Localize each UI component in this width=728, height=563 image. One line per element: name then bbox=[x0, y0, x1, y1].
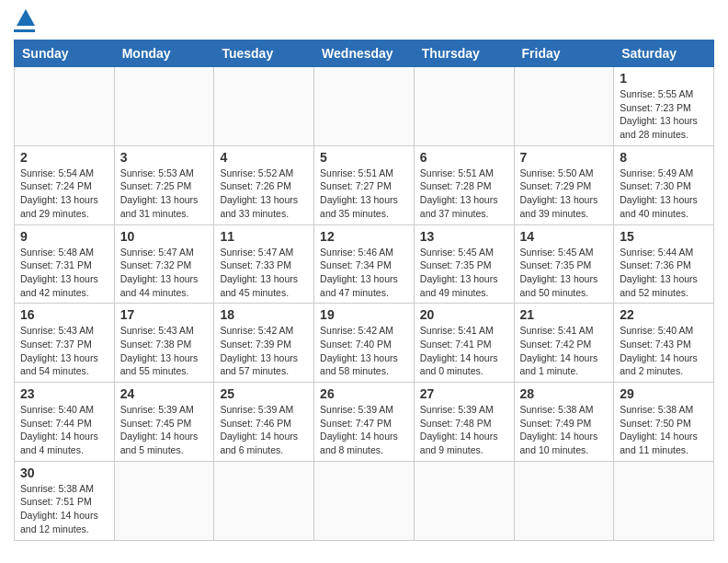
day-number: 22 bbox=[620, 307, 708, 322]
day-number: 11 bbox=[220, 229, 308, 244]
calendar-cell: 22Sunrise: 5:40 AM Sunset: 7:43 PM Dayli… bbox=[614, 304, 714, 383]
weekday-header-monday: Monday bbox=[114, 40, 214, 67]
day-info: Sunrise: 5:50 AM Sunset: 7:29 PM Dayligh… bbox=[520, 167, 609, 221]
day-info: Sunrise: 5:39 AM Sunset: 7:45 PM Dayligh… bbox=[120, 403, 209, 457]
week-row-2: 2Sunrise: 5:54 AM Sunset: 7:24 PM Daylig… bbox=[15, 145, 714, 224]
calendar-cell: 3Sunrise: 5:53 AM Sunset: 7:25 PM Daylig… bbox=[114, 145, 214, 224]
calendar-cell: 11Sunrise: 5:47 AM Sunset: 7:33 PM Dayli… bbox=[214, 224, 314, 304]
day-number: 12 bbox=[320, 229, 408, 244]
page: SundayMondayTuesdayWednesdayThursdayFrid… bbox=[0, 0, 728, 550]
calendar-cell bbox=[214, 461, 314, 540]
day-info: Sunrise: 5:39 AM Sunset: 7:46 PM Dayligh… bbox=[220, 403, 308, 457]
calendar-cell: 4Sunrise: 5:52 AM Sunset: 7:26 PM Daylig… bbox=[214, 145, 314, 224]
day-info: Sunrise: 5:46 AM Sunset: 7:34 PM Dayligh… bbox=[320, 246, 408, 300]
calendar-cell: 10Sunrise: 5:47 AM Sunset: 7:32 PM Dayli… bbox=[114, 224, 214, 304]
day-info: Sunrise: 5:39 AM Sunset: 7:47 PM Dayligh… bbox=[320, 403, 408, 457]
calendar-cell: 28Sunrise: 5:38 AM Sunset: 7:49 PM Dayli… bbox=[514, 383, 614, 462]
calendar-cell bbox=[214, 67, 314, 146]
calendar-cell: 14Sunrise: 5:45 AM Sunset: 7:35 PM Dayli… bbox=[514, 224, 614, 304]
calendar-cell: 2Sunrise: 5:54 AM Sunset: 7:24 PM Daylig… bbox=[15, 145, 115, 224]
calendar-cell: 15Sunrise: 5:44 AM Sunset: 7:36 PM Dayli… bbox=[614, 224, 714, 304]
calendar-cell: 24Sunrise: 5:39 AM Sunset: 7:45 PM Dayli… bbox=[114, 383, 214, 462]
calendar-cell: 23Sunrise: 5:40 AM Sunset: 7:44 PM Dayli… bbox=[15, 383, 115, 462]
day-number: 7 bbox=[520, 150, 609, 165]
calendar-cell: 6Sunrise: 5:51 AM Sunset: 7:28 PM Daylig… bbox=[414, 145, 514, 224]
calendar-cell bbox=[114, 67, 214, 146]
calendar-cell bbox=[514, 461, 614, 540]
day-number: 1 bbox=[620, 71, 708, 86]
day-info: Sunrise: 5:49 AM Sunset: 7:30 PM Dayligh… bbox=[620, 167, 708, 221]
weekday-header-sunday: Sunday bbox=[15, 40, 115, 67]
day-number: 15 bbox=[620, 229, 708, 244]
day-number: 28 bbox=[520, 386, 609, 401]
day-info: Sunrise: 5:42 AM Sunset: 7:39 PM Dayligh… bbox=[220, 324, 308, 378]
week-row-3: 9Sunrise: 5:48 AM Sunset: 7:31 PM Daylig… bbox=[15, 224, 714, 304]
weekday-header-saturday: Saturday bbox=[614, 40, 714, 67]
calendar-cell: 21Sunrise: 5:41 AM Sunset: 7:42 PM Dayli… bbox=[514, 304, 614, 383]
day-number: 29 bbox=[620, 386, 708, 401]
calendar-cell: 7Sunrise: 5:50 AM Sunset: 7:29 PM Daylig… bbox=[514, 145, 614, 224]
day-info: Sunrise: 5:48 AM Sunset: 7:31 PM Dayligh… bbox=[20, 246, 108, 300]
day-info: Sunrise: 5:47 AM Sunset: 7:33 PM Dayligh… bbox=[220, 246, 308, 300]
day-number: 27 bbox=[420, 386, 508, 401]
calendar-cell: 20Sunrise: 5:41 AM Sunset: 7:41 PM Dayli… bbox=[414, 304, 514, 383]
day-number: 9 bbox=[20, 229, 108, 244]
logo-underline bbox=[14, 29, 35, 32]
calendar-cell: 9Sunrise: 5:48 AM Sunset: 7:31 PM Daylig… bbox=[15, 224, 115, 304]
day-number: 26 bbox=[320, 386, 408, 401]
weekday-header-friday: Friday bbox=[514, 40, 614, 67]
day-info: Sunrise: 5:40 AM Sunset: 7:44 PM Dayligh… bbox=[20, 403, 108, 457]
logo-triangle-icon bbox=[17, 9, 35, 26]
calendar-cell: 16Sunrise: 5:43 AM Sunset: 7:37 PM Dayli… bbox=[15, 304, 115, 383]
day-info: Sunrise: 5:55 AM Sunset: 7:23 PM Dayligh… bbox=[620, 87, 708, 142]
day-number: 6 bbox=[420, 150, 508, 165]
day-info: Sunrise: 5:45 AM Sunset: 7:35 PM Dayligh… bbox=[520, 246, 609, 300]
calendar-cell: 27Sunrise: 5:39 AM Sunset: 7:48 PM Dayli… bbox=[414, 383, 514, 462]
day-number: 23 bbox=[20, 386, 108, 401]
week-row-1: 1Sunrise: 5:55 AM Sunset: 7:23 PM Daylig… bbox=[15, 67, 714, 146]
day-info: Sunrise: 5:40 AM Sunset: 7:43 PM Dayligh… bbox=[620, 324, 708, 378]
day-info: Sunrise: 5:51 AM Sunset: 7:27 PM Dayligh… bbox=[320, 167, 408, 221]
week-row-4: 16Sunrise: 5:43 AM Sunset: 7:37 PM Dayli… bbox=[15, 304, 714, 383]
calendar-cell: 5Sunrise: 5:51 AM Sunset: 7:27 PM Daylig… bbox=[314, 145, 415, 224]
header bbox=[14, 9, 714, 32]
weekday-header-thursday: Thursday bbox=[414, 40, 514, 67]
day-number: 14 bbox=[520, 229, 609, 244]
day-info: Sunrise: 5:38 AM Sunset: 7:51 PM Dayligh… bbox=[20, 482, 108, 536]
day-number: 21 bbox=[520, 307, 609, 322]
day-info: Sunrise: 5:38 AM Sunset: 7:49 PM Dayligh… bbox=[520, 403, 609, 457]
calendar-cell bbox=[314, 67, 415, 146]
day-number: 3 bbox=[120, 150, 209, 165]
calendar-cell: 17Sunrise: 5:43 AM Sunset: 7:38 PM Dayli… bbox=[114, 304, 214, 383]
calendar-cell bbox=[414, 461, 514, 540]
day-number: 20 bbox=[420, 307, 508, 322]
calendar-cell: 19Sunrise: 5:42 AM Sunset: 7:40 PM Dayli… bbox=[314, 304, 415, 383]
day-number: 19 bbox=[320, 307, 408, 322]
calendar: SundayMondayTuesdayWednesdayThursdayFrid… bbox=[14, 40, 714, 541]
day-info: Sunrise: 5:38 AM Sunset: 7:50 PM Dayligh… bbox=[620, 403, 708, 457]
day-info: Sunrise: 5:45 AM Sunset: 7:35 PM Dayligh… bbox=[420, 246, 508, 300]
week-row-5: 23Sunrise: 5:40 AM Sunset: 7:44 PM Dayli… bbox=[15, 383, 714, 462]
day-info: Sunrise: 5:43 AM Sunset: 7:37 PM Dayligh… bbox=[20, 324, 108, 378]
day-number: 30 bbox=[20, 465, 108, 480]
weekday-header-tuesday: Tuesday bbox=[214, 40, 314, 67]
day-info: Sunrise: 5:42 AM Sunset: 7:40 PM Dayligh… bbox=[320, 324, 408, 378]
day-number: 13 bbox=[420, 229, 508, 244]
calendar-cell: 1Sunrise: 5:55 AM Sunset: 7:23 PM Daylig… bbox=[614, 67, 714, 146]
day-info: Sunrise: 5:51 AM Sunset: 7:28 PM Dayligh… bbox=[420, 167, 508, 221]
calendar-cell bbox=[114, 461, 214, 540]
day-number: 4 bbox=[220, 150, 308, 165]
calendar-cell bbox=[414, 67, 514, 146]
calendar-cell bbox=[514, 67, 614, 146]
day-number: 8 bbox=[620, 150, 708, 165]
day-number: 2 bbox=[20, 150, 108, 165]
day-number: 5 bbox=[320, 150, 408, 165]
day-info: Sunrise: 5:41 AM Sunset: 7:41 PM Dayligh… bbox=[420, 324, 508, 378]
day-number: 17 bbox=[120, 307, 209, 322]
day-info: Sunrise: 5:39 AM Sunset: 7:48 PM Dayligh… bbox=[420, 403, 508, 457]
calendar-cell: 30Sunrise: 5:38 AM Sunset: 7:51 PM Dayli… bbox=[15, 461, 115, 540]
week-row-6: 30Sunrise: 5:38 AM Sunset: 7:51 PM Dayli… bbox=[15, 461, 714, 540]
calendar-cell: 8Sunrise: 5:49 AM Sunset: 7:30 PM Daylig… bbox=[614, 145, 714, 224]
day-info: Sunrise: 5:43 AM Sunset: 7:38 PM Dayligh… bbox=[120, 324, 209, 378]
calendar-cell: 13Sunrise: 5:45 AM Sunset: 7:35 PM Dayli… bbox=[414, 224, 514, 304]
